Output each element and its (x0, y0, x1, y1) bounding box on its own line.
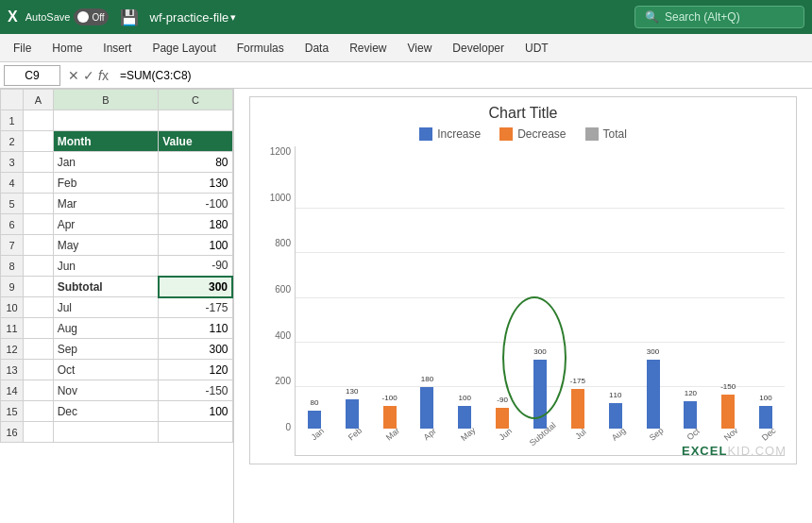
confirm-icon[interactable]: ✓ (83, 68, 94, 83)
function-icon[interactable]: fx (98, 68, 109, 83)
total-color-swatch (585, 127, 599, 141)
bar-group: 100 (446, 406, 483, 429)
x-axis-label: Jan (309, 426, 326, 442)
menu-item-data[interactable]: Data (296, 38, 338, 59)
menu-item-home[interactable]: Home (42, 38, 92, 59)
filename: wf-practice-file (150, 10, 229, 25)
formula-input[interactable] (116, 67, 808, 84)
cell-reference[interactable] (4, 65, 60, 86)
subtotal-row: 9 Subtotal 300 (1, 277, 233, 297)
table-row: 3 Jan 80 (1, 152, 233, 173)
excel-icon: X (8, 8, 18, 25)
search-box[interactable]: 🔍 Search (Alt+Q) (634, 6, 804, 28)
value-header[interactable]: Value (159, 131, 232, 152)
col-b-header[interactable]: B (53, 90, 159, 110)
table-row: 2 Month Value (1, 131, 233, 152)
watermark: EXCELKID.COM (682, 444, 787, 458)
x-axis-label: Oct (685, 426, 702, 442)
table-row: 6 Apr 180 (1, 214, 233, 235)
x-axis-label: Dec (760, 426, 778, 443)
bar-decrease: -150 (721, 395, 735, 429)
bar-group: 300 (521, 360, 559, 429)
menu-item-review[interactable]: Review (340, 38, 396, 59)
table-row: 5 Mar -100 (1, 194, 233, 214)
x-axis-label: May (459, 426, 477, 444)
row-num: 1 (1, 110, 24, 131)
table-row: 15 Dec 100 (1, 401, 233, 422)
autosave-toggle[interactable]: Off (74, 8, 108, 25)
legend-increase-label: Increase (437, 127, 481, 141)
legend-decrease: Decrease (499, 127, 566, 141)
bars-container: 80130-100180100-90300-175110300120-15010… (296, 146, 785, 429)
titlebar: X AutoSave Off 💾 wf-practice-file ▾ 🔍 Se… (0, 0, 812, 34)
bar-increase: 180 (420, 387, 433, 429)
menu-item-page layout[interactable]: Page Layout (143, 38, 225, 59)
x-axis-label: Feb (347, 426, 364, 443)
chart-legend: Increase Decrease Total (262, 127, 785, 141)
bar-increase: 300 (533, 360, 547, 429)
menubar: FileHomeInsertPage LayoutFormulasDataRev… (0, 34, 812, 62)
bar-group: 180 (409, 387, 447, 429)
chart-container: Chart Title Increase Decrease Total 1200 (249, 96, 797, 464)
chart-title: Chart Title (262, 105, 785, 122)
bar-group: 300 (634, 360, 672, 429)
row-num: 2 (1, 131, 24, 152)
table-row: 4 Feb 130 (1, 173, 233, 194)
selected-cell[interactable]: 300 (159, 277, 232, 297)
x-axis-label: Apr (422, 426, 438, 442)
col-c-header[interactable]: C (159, 90, 232, 110)
table-row: 8 Jun -90 (1, 256, 233, 277)
bar-group: 130 (333, 399, 371, 429)
table-area: A B C 1 2 Month Value (0, 89, 234, 523)
bar-increase: 120 (684, 401, 697, 429)
bar-label: 130 (346, 387, 358, 396)
formula-icons: ✕ ✓ fx (64, 68, 112, 83)
table-row: 1 (1, 110, 233, 131)
autosave-label: AutoSave (25, 11, 71, 23)
bar-group: -150 (709, 395, 747, 429)
chart-body: 1200 1000 800 600 400 200 0 80130-100180… (262, 146, 785, 456)
spreadsheet: A B C 1 2 Month Value (0, 89, 812, 523)
bar-increase: 130 (346, 399, 359, 429)
month-header[interactable]: Month (53, 131, 159, 152)
menu-item-formulas[interactable]: Formulas (228, 38, 294, 59)
table-row: 10 Jul -175 (1, 297, 233, 318)
search-placeholder: Search (Alt+Q) (665, 10, 740, 24)
bar-label: 80 (310, 398, 318, 407)
col-a-header[interactable]: A (24, 90, 54, 110)
decrease-color-swatch (499, 127, 513, 141)
bar-label: -90 (497, 396, 508, 404)
save-icon[interactable]: 💾 (120, 8, 139, 26)
menu-item-file[interactable]: File (4, 38, 41, 59)
bar-label: -100 (382, 394, 398, 402)
x-axis-label: Mar (384, 426, 401, 443)
bar-group: -90 (483, 408, 521, 429)
y-axis: 1200 1000 800 600 400 200 0 (262, 146, 295, 456)
bar-label: 100 (759, 394, 771, 402)
menu-item-developer[interactable]: Developer (443, 38, 514, 59)
bar-label: 110 (609, 391, 621, 399)
menu-item-udt[interactable]: UDT (516, 38, 558, 59)
bar-group: 110 (597, 403, 634, 429)
table-row: 14 Nov -150 (1, 380, 233, 401)
bar-group: -100 (371, 406, 409, 429)
bar-label: 300 (647, 347, 659, 356)
bar-group: 80 (296, 411, 333, 429)
legend-decrease-label: Decrease (517, 127, 566, 141)
x-axis-label: Jun (498, 426, 515, 442)
bar-increase: 300 (647, 360, 660, 429)
table-row: 16 (1, 422, 233, 443)
chevron-down-icon[interactable]: ▾ (230, 11, 236, 24)
formulabar: ✕ ✓ fx (0, 62, 812, 89)
bar-increase: 110 (609, 403, 622, 429)
cancel-icon[interactable]: ✕ (68, 68, 79, 83)
x-axis-label: Nov (722, 426, 740, 443)
data-grid: A B C 1 2 Month Value (0, 89, 233, 443)
menu-item-view[interactable]: View (398, 38, 442, 59)
legend-increase: Increase (419, 127, 481, 141)
menu-item-insert[interactable]: Insert (93, 38, 141, 59)
table-row: 12 Sep 300 (1, 339, 233, 360)
table-row: 13 Oct 120 (1, 360, 233, 380)
chart-area: Chart Title Increase Decrease Total 1200 (234, 89, 812, 523)
toggle-state: Off (92, 12, 104, 23)
